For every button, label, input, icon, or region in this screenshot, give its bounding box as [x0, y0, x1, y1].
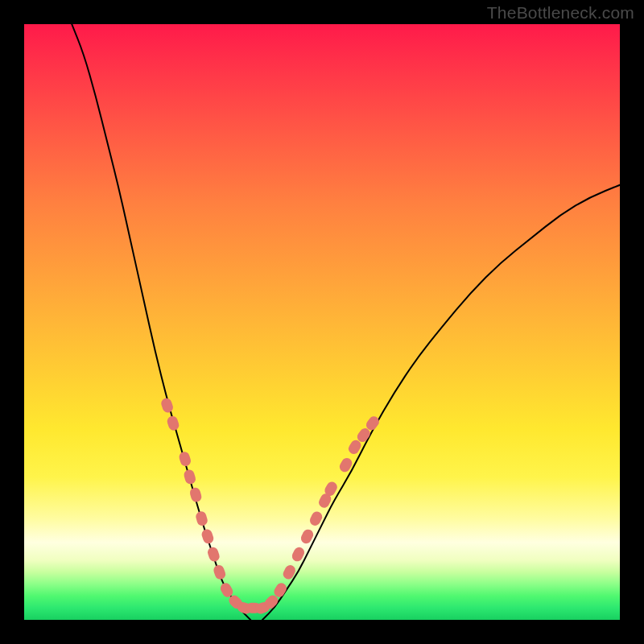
marker-dot	[166, 415, 180, 431]
marker-dot	[213, 564, 227, 580]
marker-dot	[200, 528, 215, 545]
marker-dot	[206, 546, 221, 563]
plot-area	[24, 24, 620, 620]
curve-layer	[24, 24, 620, 620]
marker-dot	[178, 451, 192, 468]
curve-left-branch	[72, 24, 250, 620]
chart-frame: TheBottleneck.com	[0, 0, 644, 644]
marker-dot	[183, 469, 197, 485]
curve-right-branch	[262, 185, 620, 620]
marker-dot	[195, 510, 208, 527]
marker-dot	[160, 397, 175, 414]
watermark-text: TheBottleneck.com	[487, 3, 634, 23]
marker-dot	[188, 486, 202, 503]
